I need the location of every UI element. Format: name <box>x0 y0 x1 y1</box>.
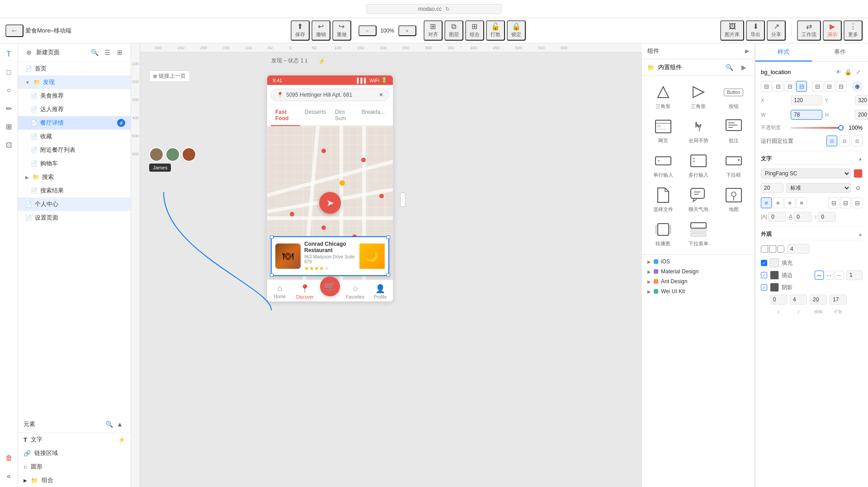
element-group[interactable]: ▶ 📁 组合 <box>18 473 131 487</box>
fixed-top-btn[interactable]: ⊡ <box>839 136 850 146</box>
align-top-btn[interactable]: ⊟ <box>812 81 823 92</box>
border-dashed-icon[interactable]: - - <box>825 271 834 280</box>
undo-button[interactable]: ↩ 撤销 <box>311 20 330 41</box>
sidebar-item-cart[interactable]: 📄 购物车 <box>18 157 131 170</box>
avatar-3[interactable] <box>182 147 196 162</box>
sidebar-item-restaurant-detail[interactable]: 📄 餐厅详情 ⚡ <box>18 116 131 130</box>
align-middle-btn[interactable]: ⊟ <box>824 81 835 92</box>
component-annotation[interactable]: 批注 <box>716 114 751 148</box>
workflow-button[interactable]: ⇄ 工作流 <box>797 20 821 41</box>
tool-component[interactable]: ⊞ <box>2 119 16 134</box>
shadow-checkbox[interactable] <box>761 284 767 290</box>
cart-button[interactable]: 🛒 <box>320 276 340 296</box>
canvas-area[interactable]: -300 -250 -200 -150 -100 -50 0 50 100 15… <box>131 43 642 487</box>
border-color-swatch[interactable] <box>770 271 779 280</box>
w-input[interactable]: 78 <box>791 110 822 120</box>
opacity-slider[interactable] <box>791 127 844 129</box>
component-dropdown[interactable]: 下拉菜单 <box>681 217 716 251</box>
lock-property-icon[interactable]: 🔒 <box>844 67 853 76</box>
restaurant-card[interactable]: 🍽 Conrad Chicago Restaurant 963 Madyson … <box>271 236 389 276</box>
images-button[interactable]: 🖼 图片库 <box>720 20 744 41</box>
phone-nav-cart[interactable]: 🛒 <box>317 284 343 300</box>
avatar-2[interactable] <box>165 147 180 162</box>
align-bottom-btn[interactable]: ⊟ <box>836 81 847 92</box>
x-input[interactable]: 120 <box>791 95 822 105</box>
selection-handle-bl[interactable] <box>270 273 274 277</box>
share-button[interactable]: ↗ 分享 <box>767 20 786 41</box>
text-valign-top-btn[interactable]: ⊟ <box>828 197 839 208</box>
align-left-btn[interactable]: ⊟ <box>761 81 772 92</box>
zoom-plus-button[interactable]: + <box>398 25 416 36</box>
redo-button[interactable]: ↪ 重做 <box>332 20 351 41</box>
sidebar-item-discover[interactable]: ▼ 📁 发现 <box>18 75 131 89</box>
phone-cat-dimsum[interactable]: Dim Sum <box>330 105 357 125</box>
align-center-btn[interactable]: ⊟ <box>773 81 783 92</box>
phone-cat-fastfood[interactable]: Fast Food <box>271 105 300 125</box>
shadow-blur-input[interactable] <box>810 295 827 304</box>
shadow-x-input[interactable] <box>770 295 787 304</box>
component-button[interactable]: Button 按钮 <box>716 80 751 113</box>
component-textarea[interactable]: 多行输入 <box>681 148 716 182</box>
back-button[interactable]: ← <box>5 24 24 37</box>
grid-icon[interactable]: ⊞ <box>114 47 125 58</box>
export-button[interactable]: ⬇ 导出 <box>746 20 765 41</box>
component-triangle1[interactable]: 三角形 <box>646 80 680 113</box>
unlock-button[interactable]: 🔓 打散 <box>486 20 505 41</box>
category-wei[interactable]: ▶ Wei UI Kit <box>642 286 755 296</box>
layers-button[interactable]: ⧉ 图层 <box>444 20 463 41</box>
word-spacing-input[interactable] <box>793 212 811 222</box>
sidebar-item-home[interactable]: 📄 首页 <box>18 62 131 75</box>
component-gesture[interactable]: 全局手势 <box>681 114 716 148</box>
sidebar-item-search-result[interactable]: 📄 搜索结果 <box>18 184 131 197</box>
align-right-btn[interactable]: ⊟ <box>784 81 795 92</box>
element-circle[interactable]: ○ 圆形 <box>18 460 131 473</box>
list-icon[interactable]: ☰ <box>102 47 113 58</box>
tab-style[interactable]: 样式 <box>755 43 812 61</box>
expand-property-icon[interactable]: ⤢ <box>854 67 863 76</box>
font-weight-select[interactable]: 标准 <box>786 183 851 193</box>
eye-icon[interactable]: 👁 <box>834 67 843 76</box>
radius-split-icon[interactable] <box>769 245 776 253</box>
lock-button[interactable]: 🔒 锁定 <box>507 20 526 41</box>
element-text[interactable]: T 文字 ⚡ <box>18 433 131 446</box>
tab-events[interactable]: 事件 <box>812 43 868 61</box>
phone-cat-breakfast[interactable]: Breakfa... <box>357 105 389 125</box>
phone-nav-favorites[interactable]: ☆ Favorites <box>343 284 368 300</box>
component-text-input[interactable]: 单行输入 <box>646 148 680 182</box>
component-map[interactable]: 地图 <box>716 183 751 216</box>
elements-collapse-icon[interactable]: ▲ <box>114 419 125 430</box>
tool-collapse[interactable]: « <box>2 469 16 483</box>
tool-pen[interactable]: ✏ <box>2 101 16 116</box>
text-align-center-btn[interactable]: ≡ <box>773 197 783 208</box>
tool-rect[interactable]: □ <box>2 65 16 80</box>
component-carousel[interactable]: 轮播图 <box>646 217 680 251</box>
radius-resize-icon[interactable] <box>777 245 784 253</box>
y-input[interactable]: 320 <box>855 95 868 105</box>
font-select[interactable]: PingFang SC <box>761 169 851 178</box>
tool-circle[interactable]: ○ <box>2 83 16 98</box>
category-ios[interactable]: ▶ iOS <box>642 257 755 267</box>
sidebar-item-favorites[interactable]: 📄 收藏 <box>18 130 131 143</box>
fill-checkbox[interactable] <box>761 260 767 266</box>
component-chat[interactable]: 聊天气泡 <box>681 183 716 216</box>
tool-select[interactable]: T <box>2 47 16 61</box>
sidebar-item-nearby[interactable]: 📄 附近餐厅列表 <box>18 143 131 157</box>
text-align-justify-btn[interactable]: ≡ <box>796 197 807 208</box>
component-file[interactable]: 选择文件 <box>646 183 680 216</box>
phone-search-input[interactable]: 📍 5095 Hettinger Hill Apt. 681 ✕ <box>271 89 389 101</box>
text-valign-bottom-btn[interactable]: ⊟ <box>852 197 863 208</box>
text-align-right-btn[interactable]: ≡ <box>784 197 795 208</box>
border-width-input[interactable] <box>846 270 863 280</box>
refresh-icon[interactable]: ↻ <box>445 6 450 12</box>
fill-color-swatch[interactable] <box>770 258 779 267</box>
canvas-drag-handle-right[interactable]: ⋮ <box>400 192 406 207</box>
tool-image[interactable]: ⊡ <box>2 137 16 152</box>
phone-nav-home[interactable]: ⌂ Home <box>267 284 292 300</box>
search-icon[interactable]: 🔍 <box>89 47 100 58</box>
fixed-bottom-btn[interactable]: ⊡ <box>852 136 863 146</box>
element-link[interactable]: 🔗 链接区域 <box>18 446 131 460</box>
selection-handle-tr[interactable] <box>387 235 390 239</box>
radius-input[interactable] <box>787 244 810 254</box>
phone-map[interactable]: ➤ 🍽 Conrad Chicago Restaurant <box>267 126 393 280</box>
components-collapse-button[interactable]: ▶ <box>738 62 749 73</box>
